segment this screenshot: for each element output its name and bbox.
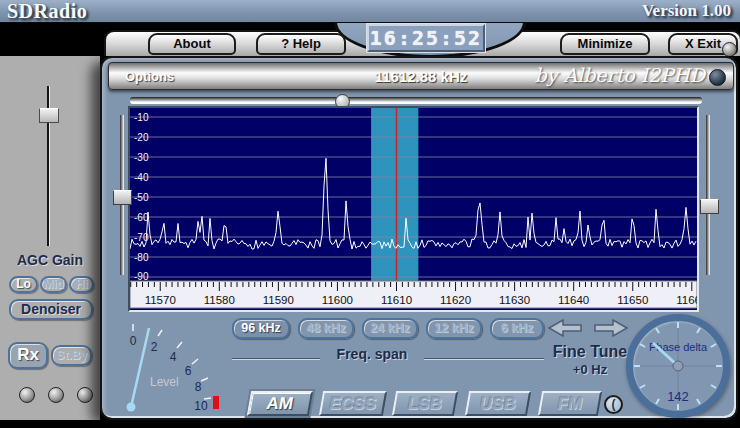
phase-delta-dial[interactable]: Phase delta 142: [626, 314, 730, 418]
fine-tune-down-button[interactable]: [546, 318, 584, 338]
svg-text:-40: -40: [134, 172, 149, 183]
menu-bar: Options 11612.88 kHz by Alberto I2PHD: [108, 62, 734, 90]
svg-text:10: 10: [194, 399, 208, 413]
menubar-knob: [709, 69, 726, 86]
svg-text:11570: 11570: [145, 294, 176, 306]
passband-highlight: [371, 108, 418, 281]
svg-text:2: 2: [151, 340, 158, 354]
rx-button[interactable]: Rx: [8, 342, 48, 369]
freq-span-rule-right: [424, 358, 544, 360]
level-label: Level: [150, 375, 179, 389]
clock-display: 16:25:52: [367, 24, 485, 52]
svg-text:6: 6: [185, 364, 192, 378]
agc-lo-button[interactable]: Lo: [9, 276, 38, 293]
main-window: Options 11612.88 kHz by Alberto I2PHD -1…: [100, 56, 738, 420]
right-vslider-track[interactable]: [706, 115, 710, 275]
svg-text:11640: 11640: [558, 294, 589, 306]
scheduler-button[interactable]: (: [604, 395, 623, 414]
sdradio-window: SDRadio Version 1.00 16:25:52 About ? He…: [0, 0, 740, 428]
author-byline: by Alberto I2PHD: [534, 64, 705, 86]
span-6khz-button[interactable]: 6 kHz: [490, 318, 544, 339]
svg-text:4: 4: [170, 350, 177, 364]
span-96khz-button[interactable]: 96 kHz: [232, 318, 290, 339]
span-48khz-button[interactable]: 48 kHz: [298, 318, 354, 339]
svg-text:11590: 11590: [263, 294, 294, 306]
mode-usb-button[interactable]: USB: [465, 391, 531, 416]
title-bar: SDRadio Version 1.00: [0, 0, 740, 23]
status-led-3: [77, 387, 93, 403]
span-12khz-button[interactable]: 12 kHz: [426, 318, 482, 339]
phase-delta-value: 142: [667, 389, 689, 404]
minimize-button[interactable]: Minimize: [560, 33, 650, 55]
svg-text:11620: 11620: [440, 294, 471, 306]
left-control-panel: AGC Gain Lo Mid Hi Denoiser Rx St.By: [0, 56, 100, 420]
left-vslider-thumb[interactable]: [113, 190, 132, 205]
mode-am-button[interactable]: AM: [247, 391, 313, 416]
right-vslider-thumb[interactable]: [700, 199, 719, 214]
tuning-slider-track[interactable]: [130, 97, 702, 104]
svg-text:8: 8: [195, 380, 202, 394]
standby-button[interactable]: St.By: [51, 345, 92, 366]
right-arrow-icon: [595, 320, 627, 336]
svg-text:11630: 11630: [499, 294, 530, 306]
svg-text:-80: -80: [134, 252, 149, 263]
mode-ecss-button[interactable]: ECSS: [319, 391, 387, 416]
corner-knob: [722, 42, 737, 56]
svg-text:-60: -60: [134, 212, 149, 223]
level-meter: 0 2 4 6 8 10 Level: [110, 316, 230, 416]
peak-indicator: [213, 396, 219, 409]
svg-text:-10: -10: [134, 112, 149, 123]
fine-tune-up-button[interactable]: [592, 318, 630, 338]
agc-gain-slider-thumb[interactable]: [39, 108, 59, 123]
status-led-2: [48, 387, 64, 403]
span-24khz-button[interactable]: 24 kHz: [362, 318, 418, 339]
version-label: Version 1.00: [642, 1, 731, 21]
agc-hi-button[interactable]: Hi: [69, 276, 94, 293]
svg-text:0: 0: [130, 334, 137, 348]
left-arrow-icon: [549, 320, 581, 336]
svg-text:-50: -50: [134, 192, 149, 203]
svg-text:-70: -70: [134, 232, 149, 243]
svg-text:-20: -20: [134, 132, 149, 143]
mode-lsb-button[interactable]: LSB: [392, 391, 458, 416]
help-button[interactable]: ? Help: [256, 33, 346, 55]
spectrum-frame: -10-20-30-40-50-60-70-80-901157011580115…: [128, 106, 699, 312]
svg-text:-30: -30: [134, 152, 149, 163]
about-button[interactable]: About: [148, 33, 236, 55]
svg-text:11660: 11660: [676, 294, 697, 306]
top-control-row: 16:25:52 About ? Help Minimize X Exit: [0, 22, 740, 56]
svg-text:11580: 11580: [204, 294, 235, 306]
svg-text:11650: 11650: [617, 294, 648, 306]
spectrum-display[interactable]: -10-20-30-40-50-60-70-80-901157011580115…: [130, 108, 697, 310]
freq-span-label: Freq. span: [312, 346, 432, 362]
svg-text:-90: -90: [134, 271, 149, 282]
denoiser-button[interactable]: Denoiser: [9, 299, 93, 320]
freq-span-rule-left: [232, 358, 320, 360]
agc-mid-button[interactable]: Mid: [40, 276, 67, 293]
svg-text:11610: 11610: [381, 294, 412, 306]
mode-fm-button[interactable]: FM: [538, 391, 602, 416]
status-led-1: [19, 387, 35, 403]
app-title: SDRadio: [7, 0, 87, 23]
svg-text:11600: 11600: [322, 294, 353, 306]
agc-gain-label: AGC Gain: [0, 252, 100, 268]
